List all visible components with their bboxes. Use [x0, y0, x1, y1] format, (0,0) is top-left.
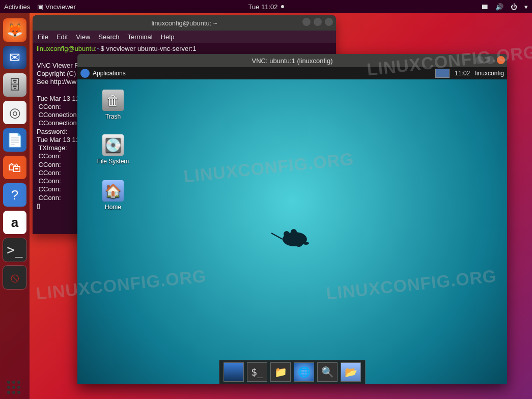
svg-point-3	[303, 242, 309, 245]
gnome-top-bar: Activities ▣ Vncviewer Tue 11:02 ⯀ 🔊 ⏻ ▾	[0, 0, 532, 13]
ubuntu-dock: 🦊 ✉ 🗄 ◎ 📄 🛍 ? a >_ ⦸	[0, 13, 30, 399]
xfce-top-panel: Applications 11:02 linuxconfig	[77, 67, 507, 79]
xfce-user[interactable]: linuxconfig	[475, 70, 504, 77]
power-icon[interactable]: ⏻	[511, 3, 517, 11]
xfce-logo-icon[interactable]	[80, 69, 90, 78]
app-indicator[interactable]: ▣ Vncviewer	[37, 3, 76, 11]
terminal-output: VNC Viewer Fr Copyright (C) See http://w…	[37, 62, 80, 210]
maximize-icon[interactable]	[486, 56, 494, 64]
dock-thunderbird[interactable]: ✉	[3, 46, 26, 69]
terminal-menubar: File Edit View Search Terminal Help	[33, 31, 336, 43]
icon-label: Home	[93, 204, 133, 211]
dock-terminal[interactable]: >_	[3, 238, 26, 262]
dock-rhythmbox[interactable]: ◎	[3, 101, 26, 124]
vnc-title: VNC: ubuntu:1 (linuxconfig)	[252, 57, 333, 65]
menu-edit[interactable]: Edit	[57, 33, 68, 41]
dock-file-manager[interactable]: 📁	[270, 362, 291, 382]
xfce-desktop[interactable]: 🗑 Trash 💽 File System 🏠 Home $_ 📁 🌐 🔍 📂	[77, 79, 507, 384]
menu-file[interactable]: File	[38, 33, 48, 41]
activities-button[interactable]: Activities	[4, 3, 30, 11]
drive-icon: 💽	[102, 134, 124, 156]
applications-menu[interactable]: Applications	[93, 70, 126, 77]
svg-point-1	[284, 231, 290, 237]
xfce-clock[interactable]: 11:02	[455, 70, 470, 77]
maximize-icon[interactable]	[314, 18, 322, 26]
dock-writer[interactable]: 📄	[3, 128, 26, 152]
menu-help[interactable]: Help	[161, 33, 175, 41]
dock-software[interactable]: 🛍	[3, 156, 26, 179]
svg-point-4	[296, 244, 302, 247]
dock-directory[interactable]: 📂	[341, 362, 361, 382]
desktop-icon-trash[interactable]: 🗑 Trash	[93, 90, 133, 120]
dock-show-desktop[interactable]	[223, 362, 244, 382]
terminal-titlebar[interactable]: linuxconfig@ubuntu: ~	[33, 15, 336, 31]
clock[interactable]: Tue 11:02	[248, 3, 284, 11]
home-folder-icon: 🏠	[102, 180, 124, 202]
desktop-icon-home[interactable]: 🏠 Home	[93, 180, 133, 211]
menu-view[interactable]: View	[76, 33, 90, 41]
dock-web-browser[interactable]: 🌐	[294, 362, 314, 382]
close-icon[interactable]	[497, 56, 505, 64]
menu-search[interactable]: Search	[98, 33, 119, 41]
minimize-icon[interactable]	[475, 56, 484, 64]
minimize-icon[interactable]	[302, 18, 311, 26]
show-applications-icon[interactable]	[7, 381, 20, 394]
desktop-icon-filesystem[interactable]: 💽 File System	[93, 134, 133, 165]
volume-icon[interactable]: 🔊	[495, 3, 503, 11]
network-icon[interactable]: ⯀	[482, 3, 488, 11]
dock-app-finder[interactable]: 🔍	[317, 362, 338, 382]
dock-noentry[interactable]: ⦸	[3, 266, 26, 289]
vnc-window[interactable]: VNC: ubuntu:1 (linuxconfig) Applications…	[77, 54, 507, 384]
icon-label: File System	[93, 158, 133, 165]
vnc-titlebar[interactable]: VNC: ubuntu:1 (linuxconfig)	[77, 54, 507, 67]
chevron-down-icon[interactable]: ▾	[524, 3, 528, 11]
close-icon[interactable]	[325, 18, 333, 26]
dock-firefox[interactable]: 🦊	[3, 18, 26, 42]
trash-icon: 🗑	[102, 90, 124, 111]
dock-terminal[interactable]: $_	[247, 362, 267, 382]
dock-help[interactable]: ?	[3, 183, 26, 207]
taskbar-item[interactable]	[435, 69, 450, 78]
icon-label: Trash	[93, 113, 133, 120]
dock-amazon[interactable]: a	[3, 211, 26, 234]
svg-point-2	[291, 229, 297, 235]
terminal-title: linuxconfig@ubuntu: ~	[151, 19, 217, 27]
menu-terminal[interactable]: Terminal	[128, 33, 153, 41]
xfce-mouse-logo	[269, 224, 315, 251]
dock-files[interactable]: 🗄	[3, 73, 26, 97]
xfce-bottom-dock: $_ 📁 🌐 🔍 📂	[219, 360, 366, 384]
